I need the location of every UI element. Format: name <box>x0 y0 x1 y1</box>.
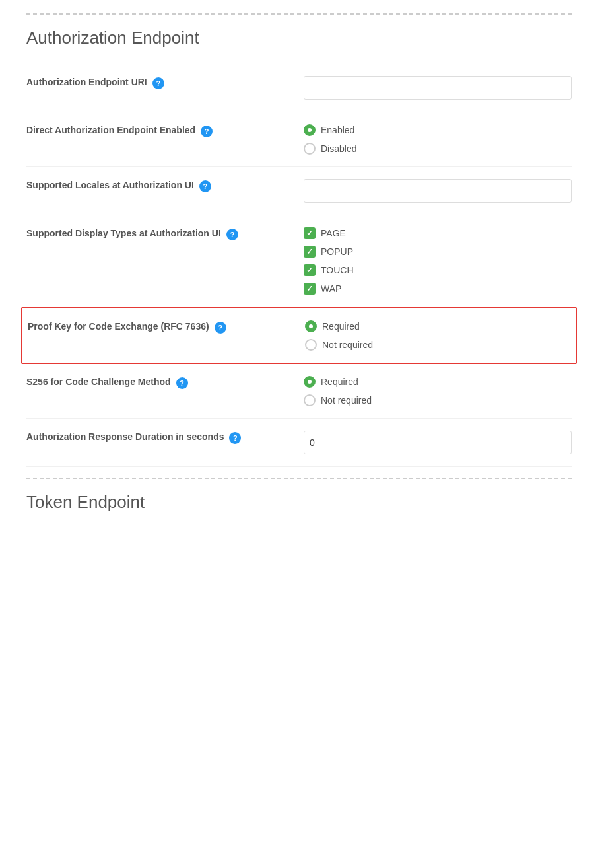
label-col-supported-locales: Supported Locales at Authorization UI ? <box>26 179 304 192</box>
checkbox-option-popup[interactable]: POPUP <box>304 246 572 258</box>
bottom-divider <box>26 478 572 479</box>
radio-option-enabled[interactable]: Enabled <box>304 124 572 136</box>
radio-label-s256-required: Required <box>321 377 358 387</box>
checkbox-label-touch: TOUCH <box>321 265 354 275</box>
value-col-display-types: PAGE POPUP TOUCH WAP <box>304 227 572 295</box>
help-icon-auth-endpoint-uri[interactable]: ? <box>152 77 164 89</box>
value-col-s256: Required Not required <box>304 376 572 406</box>
form-row-supported-locales: Supported Locales at Authorization UI ? <box>26 167 572 215</box>
checkbox-square-wap <box>304 283 316 295</box>
radio-label-pkce-required: Required <box>322 321 360 332</box>
label-auth-endpoint-uri: Authorization Endpoint URI <box>26 76 147 89</box>
radio-circle-enabled <box>304 124 316 136</box>
help-icon-auth-response-duration[interactable]: ? <box>229 432 241 444</box>
radio-option-s256-not-required[interactable]: Not required <box>304 394 572 406</box>
section-title-authorization: Authorization Endpoint <box>26 28 572 48</box>
label-col-pkce: Proof Key for Code Exchange (RFC 7636) ? <box>28 320 305 334</box>
form-row-direct-auth: Direct Authorization Endpoint Enabled ? … <box>26 112 572 167</box>
label-col-display-types: Supported Display Types at Authorization… <box>26 227 304 240</box>
label-supported-locales: Supported Locales at Authorization UI <box>26 179 194 192</box>
form-row-s256: S256 for Code Challenge Method ? Require… <box>26 364 572 419</box>
input-supported-locales[interactable] <box>304 179 572 203</box>
checkbox-square-popup <box>304 246 316 258</box>
checkbox-option-wap[interactable]: WAP <box>304 283 572 295</box>
label-col-s256: S256 for Code Challenge Method ? <box>26 376 304 389</box>
checkbox-option-page[interactable]: PAGE <box>304 227 572 239</box>
help-icon-supported-locales[interactable]: ? <box>199 180 211 192</box>
section-title-token: Token Endpoint <box>26 492 572 513</box>
radio-label-s256-not-required: Not required <box>321 395 372 406</box>
checkbox-label-page: PAGE <box>321 228 346 238</box>
radio-label-enabled: Enabled <box>321 125 354 135</box>
radio-circle-s256-not-required <box>304 394 316 406</box>
radio-option-s256-required[interactable]: Required <box>304 376 572 388</box>
radio-option-pkce-not-required[interactable]: Not required <box>305 339 570 351</box>
page-container: Authorization Endpoint Authorization End… <box>0 0 598 526</box>
label-col-direct-auth: Direct Authorization Endpoint Enabled ? <box>26 124 304 137</box>
value-col-auth-response-duration <box>304 431 572 454</box>
form-row-auth-response-duration: Authorization Response Duration in secon… <box>26 419 572 467</box>
checkbox-label-popup: POPUP <box>321 246 353 257</box>
checkbox-label-wap: WAP <box>321 283 341 294</box>
value-col-auth-endpoint-uri <box>304 76 572 100</box>
help-icon-pkce[interactable]: ? <box>215 322 226 334</box>
value-col-pkce: Required Not required <box>305 320 570 351</box>
checkbox-square-page <box>304 227 316 239</box>
radio-option-pkce-required[interactable]: Required <box>305 320 570 332</box>
form-row-display-types: Supported Display Types at Authorization… <box>26 215 572 307</box>
checkbox-option-touch[interactable]: TOUCH <box>304 264 572 276</box>
radio-option-disabled[interactable]: Disabled <box>304 143 572 155</box>
radio-label-pkce-not-required: Not required <box>322 340 373 350</box>
form-row-pkce: Proof Key for Code Exchange (RFC 7636) ?… <box>21 307 577 364</box>
radio-circle-pkce-required <box>305 320 317 332</box>
top-divider <box>26 13 572 15</box>
label-col-auth-response-duration: Authorization Response Duration in secon… <box>26 431 304 444</box>
radio-circle-disabled <box>304 143 316 155</box>
value-col-direct-auth: Enabled Disabled <box>304 124 572 155</box>
value-col-supported-locales <box>304 179 572 203</box>
label-auth-response-duration: Authorization Response Duration in secon… <box>26 431 224 444</box>
input-auth-response-duration[interactable] <box>304 431 572 454</box>
input-auth-endpoint-uri[interactable] <box>304 76 572 100</box>
checkbox-square-touch <box>304 264 316 276</box>
help-icon-direct-auth[interactable]: ? <box>201 126 213 137</box>
label-direct-auth: Direct Authorization Endpoint Enabled <box>26 124 195 137</box>
radio-label-disabled: Disabled <box>321 143 356 154</box>
label-col-auth-endpoint-uri: Authorization Endpoint URI ? <box>26 76 304 89</box>
help-icon-display-types[interactable]: ? <box>226 229 238 240</box>
radio-circle-pkce-not-required <box>305 339 317 351</box>
label-pkce: Proof Key for Code Exchange (RFC 7636) <box>28 320 209 334</box>
form-row-auth-endpoint-uri: Authorization Endpoint URI ? <box>26 64 572 112</box>
help-icon-s256[interactable]: ? <box>176 377 188 389</box>
label-display-types: Supported Display Types at Authorization… <box>26 227 221 240</box>
label-s256: S256 for Code Challenge Method <box>26 376 171 389</box>
radio-circle-s256-required <box>304 376 316 388</box>
